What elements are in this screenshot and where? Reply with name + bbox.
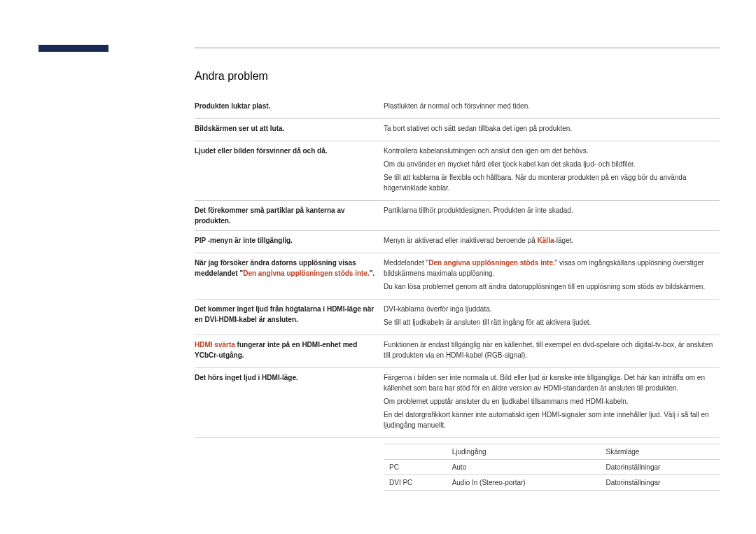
navy-accent-bar <box>38 45 108 52</box>
table-cell: Audio In (Stereo-portar) <box>447 475 601 491</box>
problem-description: Menyn är aktiverad eller inaktiverad ber… <box>384 235 720 248</box>
problem-label: När jag försöker ändra datorns upplösnin… <box>195 258 384 295</box>
table-header-cell <box>384 444 447 460</box>
problem-row: Bildskärmen ser ut att luta.Ta bort stat… <box>195 119 720 141</box>
table-cell: Datorinställningar <box>601 460 720 475</box>
problem-row: Det förekommer små partiklar på kanterna… <box>195 201 720 231</box>
problem-description: Meddelandet "Den angivna upplösningen st… <box>384 258 720 295</box>
mini-table-wrap: LjudingångSkärmlägePCAutoDatorinställnin… <box>384 444 720 491</box>
problem-row: När jag försöker ändra datorns upplösnin… <box>195 253 720 300</box>
audio-mode-table: LjudingångSkärmlägePCAutoDatorinställnin… <box>384 444 720 491</box>
table-header-cell: Ljudingång <box>447 444 601 460</box>
problems-list: Produkten luktar plast.Plastlukten är no… <box>195 97 720 491</box>
table-cell: Auto <box>447 460 601 475</box>
problem-description: Funktionen är endast tillgänglig när en … <box>384 339 720 363</box>
problem-row: HDMI svärta fungerar inte på en HDMI-enh… <box>195 335 720 368</box>
table-cell: PC <box>384 460 447 475</box>
section-title: Andra problem <box>195 70 720 83</box>
problem-label: PIP -menyn är inte tillgänglig. <box>195 235 384 248</box>
problem-label: Det kommer inget ljud från högtalarna i … <box>195 304 384 330</box>
table-cell: Datorinställningar <box>601 475 720 491</box>
table-header-cell: Skärmläge <box>601 444 720 460</box>
problem-description: DVI-kablarna överför inga ljuddata.Se ti… <box>384 304 720 330</box>
content-area: Andra problem Produkten luktar plast.Pla… <box>195 70 720 491</box>
problem-label: Det förekommer små partiklar på kanterna… <box>195 205 384 226</box>
problem-row: Produkten luktar plast.Plastlukten är no… <box>195 97 720 119</box>
problem-label: Bildskärmen ser ut att luta. <box>195 123 384 136</box>
table-cell: DVI PC <box>384 475 447 491</box>
problem-description: Ta bort stativet och sätt sedan tillbaka… <box>384 123 720 136</box>
problem-label: HDMI svärta fungerar inte på en HDMI-enh… <box>195 339 384 363</box>
problem-description: Kontrollera kabelanslutningen och anslut… <box>384 146 720 196</box>
problem-label: Produkten luktar plast. <box>195 101 384 114</box>
problem-row: PIP -menyn är inte tillgänglig.Menyn är … <box>195 231 720 253</box>
problem-row: Ljudet eller bilden försvinner då och då… <box>195 141 720 201</box>
problem-label: Ljudet eller bilden försvinner då och då… <box>195 146 384 196</box>
horizontal-divider <box>195 48 720 48</box>
problem-description: Partiklarna tillhör produktdesignen. Pro… <box>384 205 720 226</box>
problem-row: Det hörs inget ljud i HDMI-läge.Färgerna… <box>195 368 720 438</box>
problem-row: Det kommer inget ljud från högtalarna i … <box>195 300 720 335</box>
problem-description: Plastlukten är normal och försvinner med… <box>384 101 720 114</box>
problem-description: Färgerna i bilden ser inte normala ut. B… <box>384 372 720 433</box>
problem-label: Det hörs inget ljud i HDMI-läge. <box>195 372 384 433</box>
